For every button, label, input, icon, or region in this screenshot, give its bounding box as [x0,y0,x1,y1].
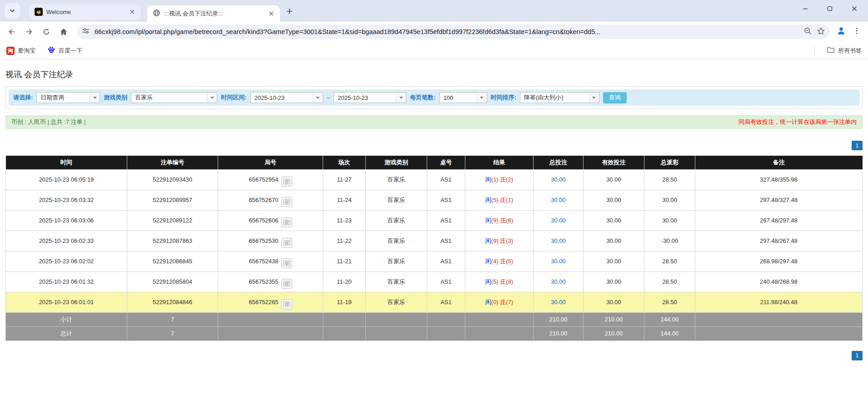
summary-payout: 144.00 [644,326,695,340]
bookmark-baidu[interactable]: du 百度一下 [47,46,82,55]
bet-number: 522912093430 [127,169,218,190]
address-bar[interactable]: 66cxkj98.com/ipl/portal.php/game/betreco… [77,25,830,39]
date-from-input[interactable]: 2025-10-23 [250,92,323,103]
toolbar-right [836,26,863,38]
column-header: 局号 [218,156,323,169]
summary-valid-bet: 210.00 [584,326,644,340]
chevron-down-icon[interactable] [396,93,406,103]
bookmark-taobao[interactable]: 淘 爱淘宝 [6,47,35,55]
table-number: AS1 [427,251,465,271]
game-category: 百家乐 [366,210,427,231]
back-button[interactable] [5,25,19,39]
new-tab-button[interactable] [283,5,296,18]
game-type-select[interactable]: 百家乐 [131,92,217,103]
table-number: AS1 [427,271,465,292]
player-score: (4) [491,258,499,265]
chevron-down-icon[interactable] [313,93,323,103]
result-cell: 闲(1) 庄(2) [465,169,534,190]
query-mode-label: 请选择: [13,94,33,102]
table-number: AS1 [427,190,465,210]
bookmark-label: 百度一下 [59,47,82,55]
filter-panel: 请选择: 日期查询 游戏类别 百家乐 时间区间: 2025-10-23 ~ 20… [5,86,863,109]
table-number: AS1 [427,292,465,312]
close-button[interactable] [848,2,861,15]
total-bet-link[interactable]: 30.00 [551,217,566,224]
tab-betrecord[interactable]: :::视讯 会员下注纪录::: [147,5,280,22]
currency-summary-text: 币别 : 人民币 | 总共 :7 注单 | [11,118,86,126]
page-number-button[interactable]: 1 [852,141,863,150]
session-number: 11-20 [323,271,366,292]
round-video-icon[interactable] [281,177,292,187]
payout: 30.00 [644,210,695,231]
page-number-button[interactable]: 1 [852,351,863,360]
total-bet-link[interactable]: 30.00 [551,299,566,305]
query-mode-select[interactable]: 日期查询 [36,92,100,103]
round-video-icon[interactable] [281,279,292,289]
bookmark-star-icon[interactable] [817,27,825,37]
summary-count: 7 [127,326,218,340]
tab-close-icon[interactable] [267,10,275,18]
round-video-icon[interactable] [281,197,292,207]
url-text[interactable]: 66cxkj98.com/ipl/portal.php/game/betreco… [95,28,799,35]
all-bookmarks-button[interactable]: 所有书签 [827,46,862,55]
remark: 240.48/268.98 [695,271,863,292]
round-video-icon[interactable] [281,238,292,248]
round-video-icon[interactable] [281,299,292,309]
date-to-input[interactable]: 2025-10-23 [334,92,406,103]
tab-welcome[interactable]: Welcome [29,4,141,20]
profile-icon[interactable] [836,26,846,38]
round-video-icon[interactable] [281,217,292,227]
round-cell: 656752265 [218,292,323,312]
site-info-icon[interactable] [82,27,90,37]
total-bet-link[interactable]: 30.00 [551,278,566,285]
tab-search-button[interactable] [5,3,20,19]
search-button[interactable]: 查询 [603,92,627,103]
reload-button[interactable] [39,25,54,39]
menu-kebab-icon[interactable] [853,27,861,37]
total-bet-link[interactable]: 30.00 [551,258,566,265]
maximize-button[interactable] [823,2,836,15]
total-bet-link[interactable]: 30.00 [551,237,566,244]
total-bet-link[interactable]: 30.00 [551,197,566,203]
bet-time: 2025-10-23 06:05:19 [6,169,127,190]
table-header-row: 时间注单编号局号场次游戏类别桌号结果总投注有效投注总派彩备注 [6,156,863,169]
tab-title: :::视讯 会员下注纪录::: [164,10,264,18]
baidu-paw-icon: du [47,46,55,55]
game-category: 百家乐 [366,231,427,251]
tab-close-icon[interactable] [128,8,136,16]
banker-score: (6) [506,217,513,224]
table-row: 2025-10-23 06:02:02 522912086845 6567524… [6,251,863,271]
round-video-icon[interactable] [281,258,292,268]
total-bet-link[interactable]: 30.00 [551,176,566,183]
remark: 268.98/297.48 [695,251,863,271]
page-size-select[interactable]: 100 [439,92,487,103]
sort-select[interactable]: 降幂(由大到小) [520,92,599,103]
pagination-top: 1 [5,141,863,150]
payout: 28.50 [644,251,695,271]
round-number: 656752954 [249,176,278,183]
summary-total-bet: 210.00 [534,326,584,340]
folder-icon [827,46,835,55]
valid-bet: 30.00 [584,169,644,190]
minimize-button[interactable] [799,2,812,15]
player-result-label: 闲 [485,299,491,305]
session-number: 11-27 [323,169,366,190]
home-button[interactable] [56,25,71,39]
info-bar: 币别 : 人民币 | 总共 :7 注单 | 同局有效投注，统一计算在该局第一张注… [5,115,863,129]
banker-result-label: 庄 [500,299,506,305]
forward-button[interactable] [22,25,36,39]
zoom-out-icon[interactable] [803,27,812,37]
total-bet-cell: 30.00 [534,210,584,231]
round-number: 656752355 [249,278,278,285]
chevron-down-icon[interactable] [207,93,217,103]
payout: -30.00 [644,231,695,251]
total-bet-cell: 30.00 [534,251,584,271]
chevron-down-icon[interactable] [90,93,100,103]
column-header: 总投注 [534,156,584,169]
banker-score: (8) [506,278,513,285]
chevron-down-icon[interactable] [477,93,487,103]
summary-count: 7 [127,312,218,326]
banker-score: (2) [506,176,513,183]
chevron-down-icon[interactable] [589,93,599,103]
round-cell: 656752355 [218,271,323,292]
